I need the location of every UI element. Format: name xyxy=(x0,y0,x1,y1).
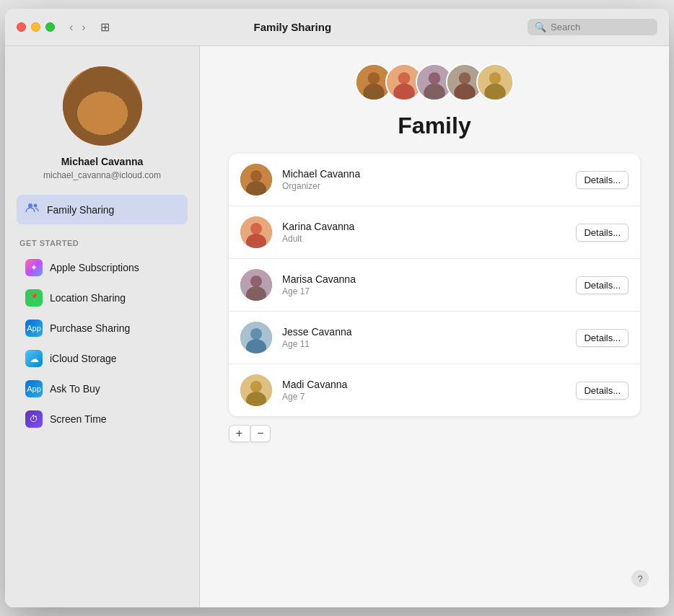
family-member-marisa: Marisa Cavanna Age 17 Details... xyxy=(229,259,640,312)
member-avatar-madi xyxy=(240,374,272,406)
sidebar-item-purchase-sharing[interactable]: App Purchase Sharing xyxy=(17,314,188,343)
family-member-karina: Karina Cavanna Adult Details... xyxy=(229,206,640,259)
family-member-michael: Michael Cavanna Organizer Details... xyxy=(229,154,640,206)
member-avatar-karina xyxy=(240,216,272,248)
sidebar-item-family-sharing[interactable]: Family Sharing xyxy=(17,195,188,224)
sidebar-item-label: iCloud Storage xyxy=(50,353,117,364)
member-info-madi: Madi Cavanna Age 7 xyxy=(282,379,566,402)
traffic-lights xyxy=(17,22,55,32)
svg-point-27 xyxy=(250,328,262,340)
family-avatar-madi xyxy=(476,63,514,101)
svg-point-12 xyxy=(459,72,471,84)
search-icon: 🔍 xyxy=(535,22,546,32)
sidebar-item-icloud-storage[interactable]: ☁ iCloud Storage xyxy=(17,344,188,373)
sidebar-item-apple-subscriptions[interactable]: ✦ Apple Subscriptions xyxy=(17,253,188,282)
sidebar-items-list: ✦ Apple Subscriptions 📍 Location Sharing… xyxy=(17,253,188,434)
member-name: Jesse Cavanna xyxy=(282,326,566,338)
section-label: GET STARTED xyxy=(17,239,79,247)
sidebar-item-ask-to-buy[interactable]: App Ask To Buy xyxy=(17,374,188,403)
family-list: Michael Cavanna Organizer Details... xyxy=(229,154,640,416)
add-member-button[interactable]: + xyxy=(229,425,249,442)
member-name: Madi Cavanna xyxy=(282,379,566,390)
member-role: Organizer xyxy=(282,181,566,191)
svg-point-6 xyxy=(398,72,411,84)
member-avatar-michael xyxy=(240,164,272,195)
family-member-jesse: Jesse Cavanna Age 11 Details... xyxy=(229,312,640,364)
svg-point-30 xyxy=(250,381,262,392)
minimize-button[interactable] xyxy=(31,22,40,32)
search-bar[interactable]: 🔍 xyxy=(528,19,657,35)
svg-point-1 xyxy=(34,204,38,208)
screen-time-icon: ⏱ xyxy=(25,410,43,428)
member-role: Age 17 xyxy=(282,286,566,296)
member-avatar-marisa xyxy=(240,269,272,301)
sidebar-item-label: Screen Time xyxy=(50,413,107,425)
user-name: Michael Cavanna xyxy=(61,156,144,167)
details-button-madi[interactable]: Details... xyxy=(576,382,629,400)
family-title: Family xyxy=(398,113,471,139)
member-info-karina: Karina Cavanna Adult xyxy=(282,221,566,244)
purchase-sharing-icon: App xyxy=(25,320,43,337)
icloud-storage-icon: ☁ xyxy=(25,350,43,367)
avatar xyxy=(63,66,142,146)
svg-point-24 xyxy=(250,276,262,287)
details-button-marisa[interactable]: Details... xyxy=(576,276,629,294)
right-panel-wrapper: Family Michael Cavanna xyxy=(200,46,669,607)
svg-point-9 xyxy=(429,72,441,84)
sidebar-item-screen-time[interactable]: ⏱ Screen Time xyxy=(17,405,188,434)
details-button-karina[interactable]: Details... xyxy=(576,224,629,242)
details-button-michael[interactable]: Details... xyxy=(576,171,629,189)
remove-member-button[interactable]: − xyxy=(250,425,271,442)
svg-point-18 xyxy=(250,170,262,182)
sidebar-item-label: Location Sharing xyxy=(50,292,126,304)
window-title: Family Sharing xyxy=(64,21,522,33)
titlebar: ‹ › ⊞ Family Sharing 🔍 xyxy=(5,9,669,46)
close-button[interactable] xyxy=(17,22,26,32)
member-name: Marisa Cavanna xyxy=(282,273,566,285)
details-button-jesse[interactable]: Details... xyxy=(576,329,629,347)
svg-point-0 xyxy=(28,203,32,208)
sidebar-item-label: Purchase Sharing xyxy=(50,322,130,334)
member-role: Age 7 xyxy=(282,392,566,402)
search-input[interactable] xyxy=(551,22,644,32)
sidebar: Michael Cavanna michael_cavanna@icloud.c… xyxy=(5,46,200,607)
location-sharing-icon: 📍 xyxy=(25,289,43,307)
sidebar-selected-label: Family Sharing xyxy=(47,204,114,216)
family-avatars-row xyxy=(355,63,514,101)
member-name: Karina Cavanna xyxy=(282,221,566,232)
main-content: Michael Cavanna michael_cavanna@icloud.c… xyxy=(5,46,669,607)
member-info-michael: Michael Cavanna Organizer xyxy=(282,168,566,191)
sidebar-item-location-sharing[interactable]: 📍 Location Sharing xyxy=(17,283,188,312)
member-info-marisa: Marisa Cavanna Age 17 xyxy=(282,273,566,296)
member-name: Michael Cavanna xyxy=(282,168,566,180)
member-info-jesse: Jesse Cavanna Age 11 xyxy=(282,326,566,349)
sidebar-item-label: Ask To Buy xyxy=(50,383,100,395)
right-panel: Family Michael Cavanna xyxy=(200,46,669,607)
apple-subscriptions-icon: ✦ xyxy=(25,259,43,276)
svg-point-21 xyxy=(250,223,262,234)
member-role: Age 11 xyxy=(282,339,566,349)
maximize-button[interactable] xyxy=(45,22,55,32)
svg-point-3 xyxy=(368,72,380,84)
family-sharing-icon xyxy=(25,201,40,219)
family-member-madi: Madi Cavanna Age 7 Details... xyxy=(229,364,640,416)
help-button[interactable]: ? xyxy=(631,570,649,587)
ask-to-buy-icon: App xyxy=(25,380,43,397)
sidebar-item-label: Apple Subscriptions xyxy=(50,262,139,273)
svg-point-15 xyxy=(489,72,502,84)
user-email: michael_cavanna@icloud.com xyxy=(43,170,161,180)
bottom-controls: + − xyxy=(229,425,271,442)
member-avatar-jesse xyxy=(240,322,272,353)
member-role: Adult xyxy=(282,234,566,244)
